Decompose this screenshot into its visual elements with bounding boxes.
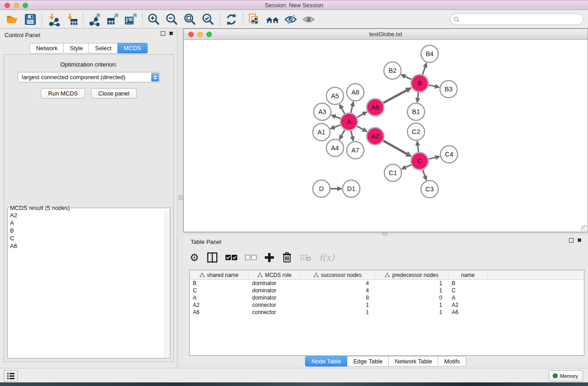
table-cell[interactable]: dominator — [249, 280, 301, 287]
graph-edge-A6-B[interactable] — [383, 90, 407, 103]
table-row[interactable]: Bdominator41B — [190, 280, 584, 287]
graph-node-C[interactable]: C — [411, 152, 428, 170]
first-neighbors-icon[interactable] — [265, 12, 280, 27]
tab-style[interactable]: Style — [64, 43, 89, 53]
column-header-successor-nodes[interactable]: successor nodes — [301, 270, 375, 280]
column-header-MCDS-role[interactable]: MCDS role — [249, 270, 301, 280]
graph-edge-A-A4[interactable] — [341, 130, 344, 136]
graph-node-B2[interactable]: B2 — [384, 62, 401, 79]
column-header-predecessor-nodes[interactable]: predecessor nodes — [375, 270, 449, 280]
graph-node-C4[interactable]: C4 — [440, 146, 458, 163]
dropdown-spinner-icon[interactable] — [151, 73, 159, 81]
refresh-view-icon[interactable] — [224, 12, 239, 27]
table-row[interactable]: Adominator80A — [190, 294, 584, 301]
search-input[interactable] — [450, 14, 583, 25]
graph-edge-C-C3[interactable] — [423, 170, 425, 176]
mcds-result-list[interactable]: A2ABCA6 — [8, 211, 164, 357]
graph-edge-B-B1[interactable] — [418, 92, 419, 98]
table-cell[interactable]: 8 — [301, 294, 375, 301]
import-network-icon[interactable] — [46, 12, 61, 27]
table-row[interactable]: A2connector11A2 — [190, 301, 584, 309]
memory-button[interactable]: Memory — [549, 370, 583, 381]
tab-mcds[interactable]: MCDS — [118, 43, 147, 53]
table-cell[interactable]: A2 — [449, 301, 488, 309]
graph-edge-A-A3[interactable] — [335, 116, 340, 119]
select-all-rows-icon[interactable] — [225, 251, 237, 264]
run-mcds-button[interactable]: Run MCDS — [41, 88, 85, 99]
graph-edge-A-A8[interactable] — [351, 105, 352, 113]
graph-edge-A-A2[interactable] — [357, 126, 363, 130]
table-cell[interactable]: A2 — [190, 301, 249, 309]
tab-edge-table[interactable]: Edge Table — [347, 356, 389, 367]
add-column-icon[interactable] — [264, 251, 274, 264]
graph-node-C1[interactable]: C1 — [384, 164, 402, 181]
graph-node-A6[interactable]: A6 — [367, 99, 384, 116]
table-cell[interactable]: A — [190, 294, 249, 301]
float-table-panel-icon[interactable] — [569, 238, 574, 243]
tab-network-table[interactable]: Network Table — [389, 356, 438, 367]
zoom-in-icon[interactable] — [146, 12, 162, 27]
export-image-icon[interactable] — [123, 12, 139, 27]
table-cell[interactable]: connector — [249, 301, 301, 309]
table-options-gear-icon[interactable]: ⚙ — [190, 251, 199, 264]
table-cell[interactable]: A6 — [449, 309, 488, 316]
mcds-result-scrollbar[interactable] — [164, 211, 169, 357]
import-table-icon[interactable] — [64, 12, 79, 27]
graph-edge-A-A1[interactable] — [334, 125, 340, 127]
column-header-shared-name[interactable]: shared name — [190, 270, 249, 280]
table-cell[interactable]: C — [449, 287, 488, 294]
graph-edge-C-C2[interactable] — [418, 145, 419, 152]
graph-node-A4[interactable]: A4 — [326, 139, 344, 157]
graph-node-D1[interactable]: D1 — [343, 180, 360, 197]
tab-select[interactable]: Select — [89, 43, 118, 53]
graph-node-B[interactable]: B — [411, 75, 428, 92]
float-panel-icon[interactable] — [161, 31, 165, 36]
table-cell[interactable]: 0 — [375, 294, 449, 301]
zoom-selected-icon[interactable] — [201, 12, 216, 27]
table-cell[interactable]: dominator — [249, 294, 301, 301]
mcds-result-item[interactable]: C — [8, 234, 164, 242]
criterion-dropdown[interactable]: largest connected component (directed) — [18, 72, 160, 82]
table-row[interactable]: A6connector11A6 — [190, 309, 584, 316]
mcds-result-item[interactable]: A2 — [8, 211, 164, 219]
graph-edge-A2-C[interactable] — [383, 141, 407, 154]
graph-node-A1[interactable]: A1 — [313, 124, 330, 141]
vertical-divider-handle[interactable] — [179, 195, 182, 200]
table-cell[interactable]: B — [449, 280, 488, 287]
network-window-titlebar[interactable]: testGlobe.txt — [184, 29, 588, 40]
table-cell[interactable]: 1 — [301, 309, 375, 316]
table-cell[interactable]: C — [190, 287, 249, 294]
tab-node-table[interactable]: Node Table — [305, 356, 348, 367]
graph-edge-A-A5[interactable] — [341, 108, 344, 114]
table-cell[interactable]: 1 — [375, 280, 449, 287]
graph-node-C2[interactable]: C2 — [407, 123, 425, 140]
show-columns-icon[interactable] — [207, 251, 218, 264]
export-table-icon[interactable] — [105, 12, 120, 27]
graph-node-C3[interactable]: C3 — [421, 181, 438, 198]
show-all-eye-icon[interactable] — [301, 12, 316, 27]
close-panel-button[interactable]: Close panel — [91, 88, 137, 99]
graph-node-B3[interactable]: B3 — [440, 81, 457, 98]
table-cell[interactable]: 1 — [301, 301, 375, 309]
graph-edge-A-A7[interactable] — [351, 131, 352, 137]
column-header-name[interactable]: name — [449, 270, 488, 280]
window-resize-grip[interactable] — [581, 225, 587, 231]
mcds-result-item[interactable]: A6 — [8, 242, 164, 250]
open-session-icon[interactable] — [5, 12, 20, 27]
tab-network[interactable]: Network — [29, 43, 64, 53]
zoom-out-icon[interactable] — [164, 12, 180, 27]
graph-edge-C-C1[interactable] — [405, 165, 411, 167]
export-network-icon[interactable] — [87, 12, 102, 27]
table-cell[interactable]: A6 — [190, 309, 249, 316]
table-cell[interactable]: 4 — [301, 287, 375, 294]
table-cell[interactable]: connector — [249, 309, 301, 316]
network-canvas[interactable]: B4B2BB3A8A5A6A3B1AA1C2A2A4A7C4CC1DD1C3 — [184, 40, 588, 232]
deselect-all-rows-icon[interactable] — [245, 251, 257, 264]
zoom-fit-icon[interactable] — [182, 12, 198, 27]
graph-node-B4[interactable]: B4 — [421, 45, 438, 62]
graph-node-A8[interactable]: A8 — [347, 84, 364, 101]
mcds-result-item[interactable]: B — [8, 227, 164, 234]
graph-node-A5[interactable]: A5 — [326, 87, 344, 105]
graph-node-A[interactable]: A — [340, 113, 358, 130]
hide-selected-eye-icon[interactable] — [283, 12, 298, 27]
